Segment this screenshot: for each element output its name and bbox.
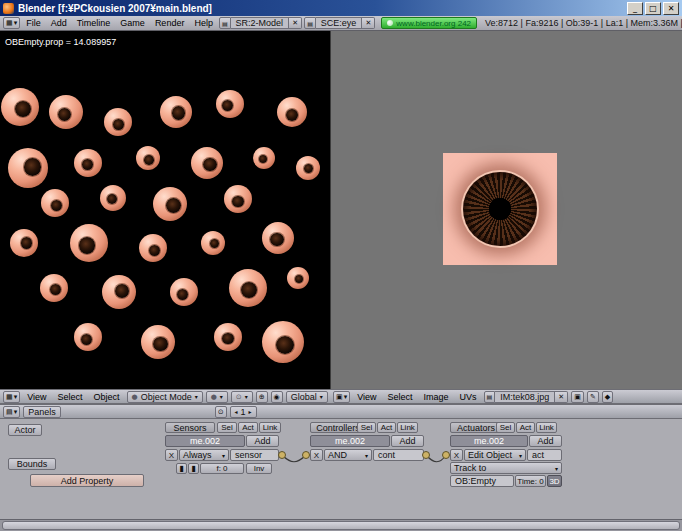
menu-help[interactable]: Help xyxy=(190,18,217,28)
image-name-field[interactable]: IM:tek08.jpg xyxy=(495,391,555,403)
menu-render[interactable]: Render xyxy=(151,18,189,28)
eyeball-object[interactable] xyxy=(104,108,132,136)
sensors-link-button[interactable]: Link xyxy=(259,422,281,433)
close-button[interactable]: ✕ xyxy=(663,2,679,15)
eyeball-object[interactable] xyxy=(40,274,68,302)
actuators-act-button[interactable]: Act xyxy=(516,422,535,433)
controller-name-field[interactable]: cont xyxy=(373,449,424,461)
eyeball-object[interactable] xyxy=(70,224,108,262)
actuator-type-dropdown[interactable]: Edit Object ▾ xyxy=(464,449,526,461)
uv-image-editor[interactable] xyxy=(330,31,682,389)
sensors-act-button[interactable]: Act xyxy=(238,422,258,433)
menu-select[interactable]: Select xyxy=(54,392,87,402)
mode-dropdown[interactable]: ● Object Mode ▾ xyxy=(127,391,203,403)
eyeball-object[interactable] xyxy=(41,189,69,217)
pulse-true-toggle[interactable]: ▮ xyxy=(176,463,187,474)
controllers-sel-button[interactable]: Sel xyxy=(357,422,376,433)
menu-add[interactable]: Add xyxy=(47,18,71,28)
controllers-add-button[interactable]: Add xyxy=(391,435,424,447)
eyeball-object[interactable] xyxy=(170,278,198,306)
snap-toggle[interactable]: ◉ xyxy=(271,391,283,403)
track-object-field[interactable]: OB:Empty xyxy=(450,475,514,487)
eyeball-object[interactable] xyxy=(296,156,320,180)
controllers-act-button[interactable]: Act xyxy=(377,422,396,433)
eyeball-object[interactable] xyxy=(287,267,309,289)
eyeball-object[interactable] xyxy=(262,222,294,254)
sensors-title[interactable]: Sensors xyxy=(165,422,215,433)
actuators-link-button[interactable]: Link xyxy=(536,422,557,433)
home-button[interactable]: ⊙ xyxy=(215,406,227,418)
eyeball-object[interactable] xyxy=(224,185,252,213)
sensor-delete-button[interactable]: X xyxy=(165,449,178,461)
eyeball-object[interactable] xyxy=(74,323,102,351)
menu-image[interactable]: Image xyxy=(420,392,453,402)
menu-object[interactable]: Object xyxy=(90,392,124,402)
paint-toggle[interactable]: ✎ xyxy=(587,391,599,403)
pulse-false-toggle[interactable]: ▮ xyxy=(188,463,199,474)
transform-orientation-dropdown[interactable]: Global ▾ xyxy=(286,391,328,403)
controller-type-dropdown[interactable]: AND ▾ xyxy=(324,449,372,461)
scene-name-field[interactable]: SCE:eye xyxy=(316,17,363,29)
editor-type-menu[interactable]: ▣ ▾ xyxy=(333,391,350,403)
page-spinner[interactable]: ◂ 1 ▸ xyxy=(230,406,257,418)
menu-timeline[interactable]: Timeline xyxy=(73,18,115,28)
pivot-dropdown[interactable]: ⊙ ▾ xyxy=(231,391,253,403)
version-badge[interactable]: www.blender.org 242 xyxy=(381,17,477,29)
track-time-spinner[interactable]: Time: 0 xyxy=(515,475,546,487)
screen-name-field[interactable]: SR:2-Model xyxy=(231,17,290,29)
menu-select[interactable]: Select xyxy=(384,392,417,402)
eyeball-object[interactable] xyxy=(229,269,267,307)
horizontal-scrollbar[interactable] xyxy=(0,519,682,531)
frequency-spinner[interactable]: f: 0 xyxy=(200,463,244,474)
menu-view[interactable]: View xyxy=(353,392,380,402)
eyeball-object[interactable] xyxy=(277,97,307,127)
eyeball-object[interactable] xyxy=(1,88,39,126)
maximize-button[interactable]: □ xyxy=(645,2,661,15)
eyeball-object[interactable] xyxy=(10,229,38,257)
buttons-type-menu[interactable]: ▤ ▾ xyxy=(3,406,20,418)
controller-delete-button[interactable]: X xyxy=(310,449,323,461)
image-delete-button[interactable]: ✕ xyxy=(555,391,568,403)
pin-toggle[interactable]: ◆ xyxy=(602,391,613,403)
eyeball-object[interactable] xyxy=(136,146,160,170)
eyeball-object[interactable] xyxy=(74,149,102,177)
actuators-title[interactable]: Actuators xyxy=(450,422,502,433)
actuators-sel-button[interactable]: Sel xyxy=(496,422,515,433)
sensors-add-button[interactable]: Add xyxy=(246,435,279,447)
eyeball-object[interactable] xyxy=(153,187,187,221)
eyeball-object[interactable] xyxy=(141,325,175,359)
actor-button[interactable]: Actor xyxy=(8,424,42,436)
viewport-3d[interactable]: OBEmpty.prop = 14.089957 xyxy=(0,31,330,389)
eyeball-object[interactable] xyxy=(160,96,192,128)
sensors-sel-button[interactable]: Sel xyxy=(217,422,237,433)
eyeball-object[interactable] xyxy=(216,90,244,118)
scene-browse-icon[interactable]: ▤ xyxy=(304,17,316,29)
eyeball-object[interactable] xyxy=(49,95,83,129)
add-property-button[interactable]: Add Property xyxy=(30,474,144,487)
viewport-type-menu[interactable]: ▦ ▾ xyxy=(3,391,20,403)
screen-browse-icon[interactable]: ▤ xyxy=(219,17,231,29)
track-3d-toggle[interactable]: 3D xyxy=(547,475,562,487)
menu-view[interactable]: View xyxy=(23,392,50,402)
scene-delete-button[interactable]: ✕ xyxy=(362,17,375,29)
title-bar[interactable]: Blender [f:¥PCkousien 2007¥main.blend] _… xyxy=(0,0,682,16)
eyeball-object[interactable] xyxy=(201,231,225,255)
pack-image-button[interactable]: ▣ xyxy=(571,391,584,403)
menu-game[interactable]: Game xyxy=(116,18,149,28)
minimize-button[interactable]: _ xyxy=(627,2,643,15)
image-browse-icon[interactable]: ▤ xyxy=(484,391,496,403)
menu-file[interactable]: File xyxy=(22,18,45,28)
eyeball-object[interactable] xyxy=(262,321,304,363)
eyeball-object[interactable] xyxy=(100,185,126,211)
sensor-name-field[interactable]: sensor xyxy=(230,449,279,461)
actuators-add-button[interactable]: Add xyxy=(529,435,562,447)
eyeball-object[interactable] xyxy=(253,147,275,169)
panels-menu[interactable]: Panels xyxy=(23,406,61,418)
screen-delete-button[interactable]: ✕ xyxy=(289,17,302,29)
actuator-delete-button[interactable]: X xyxy=(450,449,463,461)
actuator-name-field[interactable]: act xyxy=(527,449,562,461)
manipulator-toggle[interactable]: ⊕ xyxy=(256,391,268,403)
sensor-type-dropdown[interactable]: Always ▾ xyxy=(179,449,229,461)
edit-object-mode-dropdown[interactable]: Track to ▾ xyxy=(450,462,562,474)
controllers-link-button[interactable]: Link xyxy=(397,422,418,433)
